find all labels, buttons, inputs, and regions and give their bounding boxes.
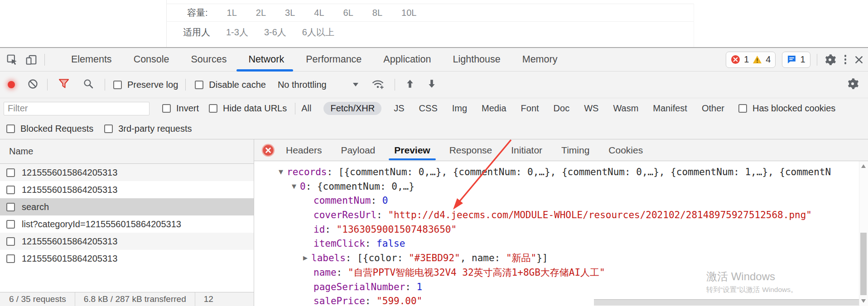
type-filter-10[interactable]: Manifest	[651, 102, 690, 115]
tree-plain-segment: :	[365, 238, 376, 249]
console-messages-badge[interactable]: 1	[782, 52, 810, 68]
type-filter-1[interactable]: Fetch/XHR	[323, 102, 381, 115]
request-row-3[interactable]: list?categoryId=1215556015864205313	[0, 215, 254, 233]
request-row-2[interactable]: search	[0, 198, 254, 215]
capacity-option-0[interactable]: 1L	[227, 8, 237, 18]
tree-row-5[interactable]: itemClick: false	[254, 237, 859, 251]
tree-row-1[interactable]: ▼0: {commentNum: 0,…}	[254, 180, 859, 194]
has-blocked-cookies-checkbox[interactable]	[738, 104, 747, 113]
failed-request-icon	[261, 143, 275, 157]
vertical-scrollbar[interactable]	[859, 161, 868, 306]
search-icon[interactable]	[83, 78, 94, 91]
request-row-checkbox[interactable]	[6, 254, 15, 263]
detail-tab-5[interactable]: Timing	[561, 145, 589, 156]
disable-cache-checkbox[interactable]	[195, 81, 203, 89]
horizontal-scrollbar-thumb[interactable]	[594, 299, 859, 306]
audience-label: 适用人	[183, 26, 210, 38]
request-row-5[interactable]: 1215556015864205313	[0, 250, 254, 267]
name-column-header[interactable]: Name	[0, 139, 254, 164]
has-blocked-cookies-label: Has blocked cookies	[752, 103, 835, 114]
settings-gear-icon[interactable]	[824, 53, 836, 66]
more-options-kebab-icon[interactable]	[843, 53, 849, 66]
detail-tab-2[interactable]: Preview	[394, 145, 430, 156]
hide-data-urls-checkbox[interactable]	[209, 104, 217, 113]
request-row-checkbox[interactable]	[6, 186, 15, 194]
clear-icon[interactable]	[28, 79, 38, 91]
vertical-scrollbar-thumb[interactable]	[860, 233, 867, 295]
tree-plain-segment: :	[337, 267, 348, 278]
filter-input[interactable]	[4, 102, 149, 115]
type-filter-7[interactable]: Doc	[551, 102, 572, 115]
devtools-tab-1[interactable]: Console	[134, 54, 169, 65]
type-filter-3[interactable]: CSS	[417, 102, 440, 115]
network-conditions-icon[interactable]	[371, 78, 385, 91]
type-filter-2[interactable]: JS	[391, 102, 406, 115]
tree-expander-icon[interactable]: ▼	[292, 180, 296, 194]
close-devtools-icon[interactable]	[854, 55, 863, 64]
filter-funnel-icon[interactable]	[58, 79, 69, 91]
tree-row-2[interactable]: commentNum: 0	[254, 194, 859, 208]
type-filter-8[interactable]: WS	[582, 102, 601, 115]
type-filter-4[interactable]: Img	[450, 102, 469, 115]
devtools-tab-7[interactable]: Memory	[522, 54, 558, 65]
capacity-option-2[interactable]: 3L	[285, 8, 295, 18]
devtools-tab-2[interactable]: Sources	[191, 54, 227, 65]
request-row-4[interactable]: 1215556015864205313	[0, 233, 254, 250]
chevron-down-icon[interactable]	[353, 83, 358, 86]
type-filter-0[interactable]: All	[299, 102, 313, 115]
device-toolbar-icon[interactable]	[25, 54, 37, 66]
capacity-option-5[interactable]: 8L	[372, 8, 382, 18]
tree-expander-icon[interactable]: ▶	[303, 251, 308, 265]
request-row-checkbox[interactable]	[6, 203, 15, 211]
devtools-tab-3[interactable]: Network	[248, 54, 284, 65]
detail-tab-1[interactable]: Payload	[341, 145, 375, 156]
error-count: 1	[744, 54, 749, 65]
invert-checkbox[interactable]	[162, 104, 171, 113]
tree-row-6[interactable]: ▶labels: [{color: "#3EBD92", name: "新品"}…	[254, 251, 859, 266]
webpage-panel-left-border	[166, 0, 167, 47]
scroll-up-icon[interactable]	[861, 164, 866, 168]
detail-tab-0[interactable]: Headers	[286, 145, 322, 156]
throttling-select[interactable]: No throttling	[278, 80, 327, 90]
devtools-tab-0[interactable]: Elements	[71, 54, 112, 65]
type-filter-9[interactable]: Wasm	[611, 102, 641, 115]
audience-option-0[interactable]: 1-3人	[226, 26, 248, 38]
issues-badge[interactable]: 1 4	[726, 52, 776, 68]
third-party-checkbox[interactable]	[104, 124, 113, 133]
capacity-option-1[interactable]: 2L	[256, 8, 266, 18]
request-row-1[interactable]: 1215556015864205313	[0, 181, 254, 198]
detail-tab-4[interactable]: Initiator	[511, 145, 542, 156]
capacity-option-3[interactable]: 4L	[314, 8, 324, 18]
request-row-checkbox[interactable]	[6, 220, 15, 229]
tree-row-3[interactable]: coverResUrl: "http://d4.jeecms.com/MODUL…	[254, 208, 859, 223]
devtools-tab-5[interactable]: Application	[383, 54, 431, 65]
preserve-log-checkbox[interactable]	[113, 81, 122, 89]
request-name: 1215556015864205313	[22, 236, 117, 247]
type-filter-6[interactable]: Font	[519, 102, 541, 115]
tree-row-0[interactable]: ▼records: [{commentNum: 0,…}, {commentNu…	[254, 165, 859, 180]
network-settings-gear-icon[interactable]	[846, 77, 859, 92]
request-row-0[interactable]: 1215556015864205313	[0, 164, 254, 181]
record-button[interactable]	[8, 81, 15, 88]
devtools-tab-4[interactable]: Performance	[306, 54, 362, 65]
capacity-option-6[interactable]: 10L	[401, 8, 416, 18]
detail-tab-6[interactable]: Cookies	[608, 145, 643, 156]
import-har-icon[interactable]	[405, 79, 415, 91]
audience-option-2[interactable]: 6人以上	[302, 26, 334, 38]
export-har-icon[interactable]	[427, 79, 437, 91]
scroll-down-icon[interactable]	[861, 299, 866, 303]
tree-expander-icon[interactable]: ▼	[279, 165, 283, 179]
panel-divider[interactable]	[254, 139, 254, 306]
detail-tab-3[interactable]: Response	[449, 145, 492, 156]
request-row-checkbox[interactable]	[6, 168, 15, 177]
request-row-checkbox[interactable]	[6, 237, 15, 246]
request-name: list?categoryId=1215556015864205313	[22, 219, 181, 230]
type-filter-5[interactable]: Media	[479, 102, 508, 115]
capacity-option-4[interactable]: 6L	[343, 8, 353, 18]
tree-row-4[interactable]: id: "1363059001507483650"	[254, 223, 859, 237]
type-filter-11[interactable]: Other	[699, 102, 727, 115]
blocked-requests-checkbox[interactable]	[6, 124, 15, 133]
inspect-element-icon[interactable]	[6, 54, 18, 66]
devtools-tab-6[interactable]: Lighthouse	[453, 54, 501, 65]
audience-option-1[interactable]: 3-6人	[264, 26, 286, 38]
